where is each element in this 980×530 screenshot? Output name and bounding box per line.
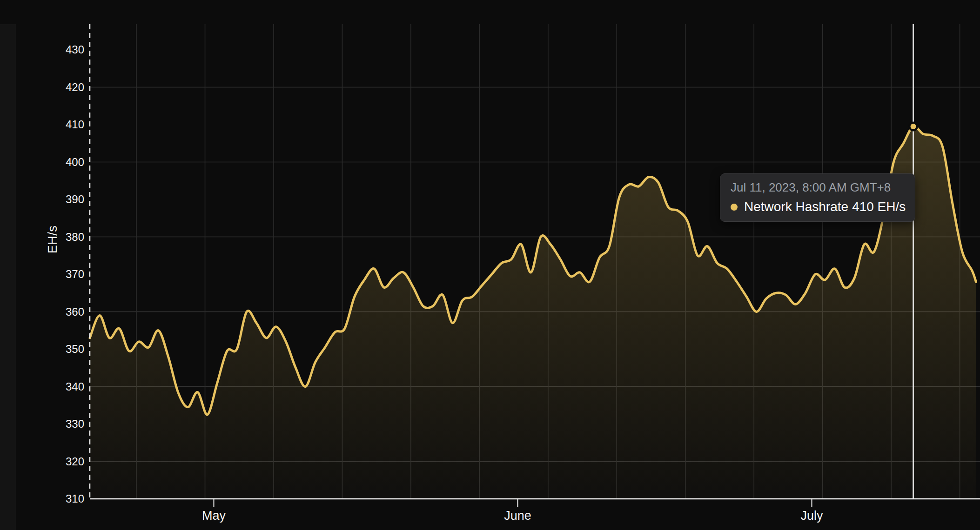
tooltip: Jul 11, 2023, 8:00 AM GMT+8 Network Hash… (720, 173, 915, 222)
hover-marker-dot (911, 124, 916, 129)
y-axis-tick-label: 360 (66, 305, 84, 318)
x-axis-month-label: May (202, 509, 226, 523)
y-axis-tick-label: 410 (66, 118, 84, 131)
y-axis-tick-label: 400 (66, 156, 84, 168)
tooltip-value: 410 EH/s (852, 199, 906, 214)
y-axis-tick-label: 310 (66, 492, 84, 505)
tooltip-series-label: Network Hashrate (744, 199, 848, 214)
tooltip-series-row: Network Hashrate410 EH/s (731, 200, 905, 214)
y-axis-tick-label: 390 (66, 193, 84, 205)
series-color-dot-icon (731, 204, 738, 211)
y-axis-tick-label: 350 (66, 343, 84, 355)
tooltip-series-value: Network Hashrate410 EH/s (744, 200, 906, 214)
network-hashrate-chart: 430420410400390380370360350340330320310M… (0, 0, 980, 530)
y-axis-tick-label: 370 (66, 268, 84, 280)
x-axis-month-label: June (504, 509, 531, 523)
y-axis-tick-label: 420 (66, 81, 84, 93)
y-axis-title: EH/s (46, 225, 60, 254)
chart-plot-area[interactable]: 430420410400390380370360350340330320310M… (0, 0, 980, 530)
y-axis-tick-label: 340 (66, 380, 84, 393)
y-axis-tick-label: 380 (66, 231, 84, 243)
x-axis-month-label: July (801, 509, 824, 523)
tooltip-timestamp: Jul 11, 2023, 8:00 AM GMT+8 (731, 181, 905, 194)
y-axis-tick-label: 430 (66, 43, 84, 56)
y-axis-tick-label: 320 (66, 455, 84, 468)
y-axis-tick-label: 330 (66, 417, 84, 430)
